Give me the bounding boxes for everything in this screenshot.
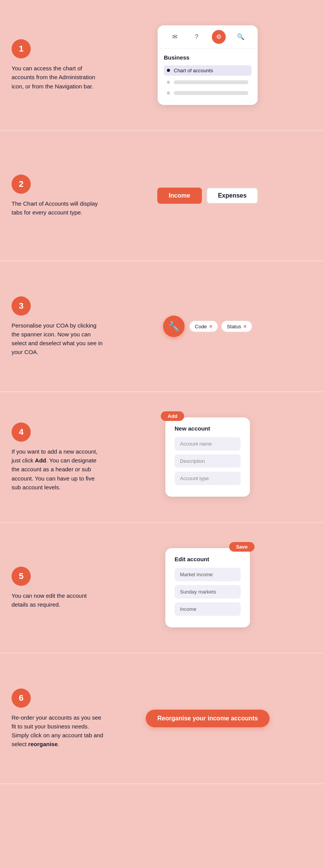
question-icon[interactable]: ? (190, 30, 204, 44)
section-1-right: ✉ ? ⚙ 🔍 Business Chart of accounts (104, 25, 311, 105)
reorganise-emphasis: reorganise (28, 741, 58, 747)
section-4-right: Add New account Account name Description… (104, 417, 311, 497)
section-2: 2 The Chart of Accounts will display tab… (0, 131, 323, 261)
filter-tag-status-label: Status (227, 324, 241, 329)
section-1-left: 1 You can access the chart of accounts f… (12, 39, 104, 91)
spanner-button[interactable]: 🔧 (163, 316, 185, 337)
nav-item-bar-2 (174, 80, 248, 84)
nav-top-bar: ✉ ? ⚙ 🔍 (158, 25, 258, 49)
section-4-left: 4 If you want to add a new account, just… (12, 422, 104, 492)
save-badge[interactable]: Save (229, 542, 255, 552)
section-3-left: 3 Personalise your COA by clicking the s… (12, 296, 104, 357)
section-2-description: The Chart of Accounts will display tabs … (12, 199, 104, 217)
nav-dot-2 (167, 81, 170, 84)
account-field-name[interactable]: Account name (175, 437, 241, 451)
nav-item-bar-3 (174, 91, 248, 95)
edit-account-wrapper: Edit account Market income Sunday market… (165, 548, 250, 627)
step-badge-5: 5 (12, 567, 31, 586)
expenses-tab[interactable]: Expenses (206, 188, 258, 204)
section-6-right: Reorganise your income accounts (104, 710, 311, 727)
section-2-right: Income Expenses (104, 188, 311, 204)
step-badge-4: 4 (12, 422, 31, 442)
filter-mockup: 🔧 Code × Status × (163, 316, 252, 337)
income-tab[interactable]: Income (157, 188, 202, 204)
nav-dot-3 (167, 91, 170, 95)
section-1-description: You can access the chart of accounts fro… (12, 64, 104, 91)
section-3: 3 Personalise your COA by clicking the s… (0, 261, 323, 392)
nav-item-2[interactable] (164, 78, 251, 86)
section-3-description: Personalise your COA by clicking the spa… (12, 321, 104, 357)
mail-icon[interactable]: ✉ (168, 30, 182, 44)
section-5-description: You can now edit the account details as … (12, 591, 104, 609)
account-field-type[interactable]: Account type (175, 472, 241, 485)
edit-card-title: Edit account (175, 556, 241, 562)
nav-dropdown-title: Business (164, 54, 251, 61)
reorganise-button[interactable]: Reorganise your income accounts (146, 710, 269, 727)
section-2-left: 2 The Chart of Accounts will display tab… (12, 175, 104, 217)
new-account-wrapper: Add New account Account name Description… (165, 417, 250, 497)
add-emphasis: Add (35, 457, 46, 464)
step-badge-6: 6 (12, 688, 31, 708)
add-badge[interactable]: Add (161, 411, 184, 421)
nav-mockup: ✉ ? ⚙ 🔍 Business Chart of accounts (158, 25, 258, 105)
step-badge-3: 3 (12, 296, 31, 316)
section-6-description: Re-order your accounts as you see fit to… (12, 713, 104, 749)
nav-item-label: Chart of accounts (174, 68, 213, 73)
filter-tag-status-close[interactable]: × (243, 323, 246, 329)
section-4: 4 If you want to add a new account, just… (0, 392, 323, 523)
section-6: 6 Re-order your accounts as you see fit … (0, 653, 323, 784)
nav-item-chart-of-accounts[interactable]: Chart of accounts (164, 65, 251, 76)
nav-dot (167, 69, 170, 72)
search-icon[interactable]: 🔍 (234, 30, 248, 44)
section-5-right: Edit account Market income Sunday market… (104, 548, 311, 627)
section-6-left: 6 Re-order your accounts as you see fit … (12, 688, 104, 749)
account-card-title: New account (175, 425, 241, 432)
edit-field-sunday-markets[interactable]: Sunday markets (175, 585, 241, 599)
section-5: 5 You can now edit the account details a… (0, 523, 323, 653)
gear-icon[interactable]: ⚙ (212, 30, 226, 44)
nav-dropdown: Business Chart of accounts (158, 49, 258, 105)
edit-card: Edit account Market income Sunday market… (165, 548, 250, 627)
filter-tag-code-close[interactable]: × (209, 323, 212, 329)
section-4-description: If you want to add a new account, just c… (12, 447, 104, 492)
filter-tag-code-label: Code (195, 324, 207, 329)
account-card: New account Account name Description Acc… (165, 417, 250, 497)
edit-field-market-income[interactable]: Market income (175, 568, 241, 581)
section-1: 1 You can access the chart of accounts f… (0, 0, 323, 131)
nav-item-3[interactable] (164, 89, 251, 97)
account-field-description[interactable]: Description (175, 454, 241, 468)
step-badge-1: 1 (12, 39, 31, 58)
section-5-left: 5 You can now edit the account details a… (12, 567, 104, 609)
step-badge-2: 2 (12, 175, 31, 194)
filter-tag-status[interactable]: Status × (221, 321, 252, 332)
filter-tags: Code × Status × (189, 321, 252, 332)
filter-tag-code[interactable]: Code × (189, 321, 218, 332)
edit-field-income[interactable]: Income (175, 602, 241, 616)
tabs-mockup: Income Expenses (157, 188, 258, 204)
section-3-right: 🔧 Code × Status × (104, 316, 311, 337)
